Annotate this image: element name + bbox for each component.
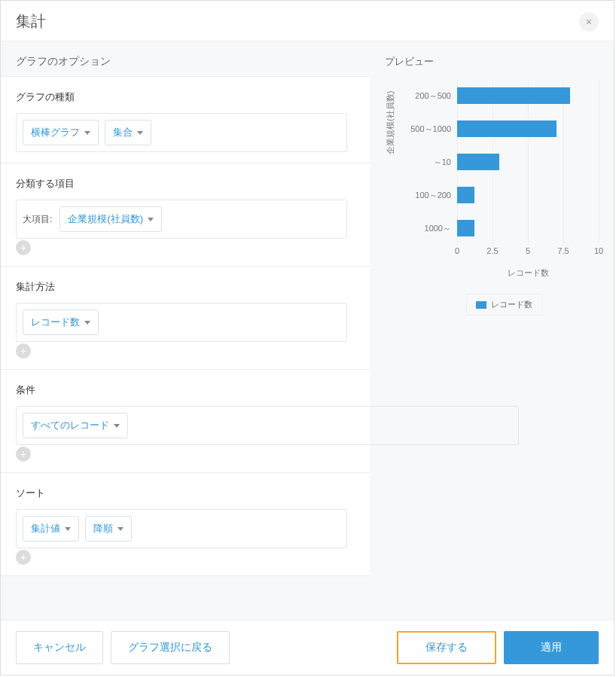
modal-header: 集計 × <box>1 1 614 41</box>
add-filter-button[interactable]: + <box>16 447 31 462</box>
graph-type-controls: 横棒グラフ 集合 <box>16 113 347 152</box>
legend-label: レコード数 <box>491 299 532 310</box>
chart-bar-row: ～10 <box>457 154 599 170</box>
chevron-down-icon <box>148 218 154 221</box>
sort-controls: 集計値 降順 <box>16 509 347 548</box>
sort-order-select[interactable]: 降順 <box>85 516 132 541</box>
chart-bar <box>457 87 570 104</box>
plus-icon: + <box>20 552 26 563</box>
plus-icon: + <box>20 242 26 253</box>
chart-bar-label: 100～200 <box>415 190 457 201</box>
section-label: 分類する項目 <box>16 177 355 191</box>
preview-title: プレビュー <box>385 55 599 69</box>
chart-gridline <box>599 79 599 245</box>
options-sections: グラフの種類 横棒グラフ 集合 分類する項目 <box>1 76 370 576</box>
field-label: 大項目: <box>23 213 52 226</box>
chart-bar <box>457 154 499 170</box>
chart-bar-row: 200～500 <box>457 87 599 104</box>
select-value: 集合 <box>113 126 133 139</box>
chart-xtick: 5 <box>526 246 530 255</box>
close-button[interactable]: × <box>579 12 599 32</box>
section-sort: ソート 集計値 降順 + <box>1 472 370 576</box>
plus-icon: + <box>20 449 26 459</box>
select-value: すべてのレコード <box>31 419 109 432</box>
chart-xaxis-label: レコード数 <box>457 267 599 279</box>
group-by-controls: 大項目: 企業規模(社員数) <box>16 200 347 239</box>
add-aggregation-button[interactable]: + <box>16 343 31 358</box>
modal-footer: キャンセル グラフ選択に戻る 保存する 適用 <box>1 620 614 675</box>
chart-legend: レコード数 <box>466 294 542 316</box>
back-button[interactable]: グラフ選択に戻る <box>111 631 230 664</box>
select-value: 横棒グラフ <box>31 126 80 139</box>
options-panel-title: グラフのオプション <box>1 55 370 76</box>
plus-icon: + <box>20 346 26 356</box>
modal-body: グラフのオプション グラフの種類 横棒グラフ 集合 <box>1 41 614 620</box>
section-graph-type: グラフの種類 横棒グラフ 集合 <box>1 76 370 163</box>
chart-bar-label: 1000～ <box>425 223 457 234</box>
filter-select[interactable]: すべてのレコード <box>23 413 128 438</box>
chart-xtick: 7.5 <box>557 246 569 255</box>
section-label: ソート <box>16 486 355 500</box>
chevron-down-icon <box>84 131 90 135</box>
section-label: 集計方法 <box>16 280 355 294</box>
aggregation-controls: レコード数 <box>16 303 347 342</box>
graph-mode-select[interactable]: 集合 <box>105 120 151 145</box>
save-button[interactable]: 保存する <box>397 631 496 664</box>
group-by-select[interactable]: 企業規模(社員数) <box>59 206 162 232</box>
chart-plot-area: 02.557.510 200～500500～1000～10100～2001000… <box>457 79 599 245</box>
select-value: 降順 <box>93 522 113 535</box>
select-value: 企業規模(社員数) <box>68 212 143 226</box>
apply-button[interactable]: 適用 <box>504 631 599 664</box>
close-icon: × <box>586 16 592 28</box>
chart-xtick: 0 <box>455 246 459 255</box>
chevron-down-icon <box>65 527 71 531</box>
chart-bar-label: ～10 <box>434 157 457 168</box>
section-filter: 条件 すべてのレコード + <box>1 369 370 473</box>
chevron-down-icon <box>117 527 124 531</box>
chevron-down-icon <box>114 424 120 428</box>
chart-bar-label: 500～1000 <box>410 124 457 135</box>
section-label: 条件 <box>16 383 355 397</box>
select-value: レコード数 <box>31 316 80 329</box>
preview-panel: プレビュー 企業規模(社員数) 02.557.510 200～500500～10… <box>370 41 614 620</box>
chart-bar <box>457 187 474 203</box>
chevron-down-icon <box>84 321 90 325</box>
chart-bar-row: 500～1000 <box>457 120 599 137</box>
section-label: グラフの種類 <box>16 90 355 104</box>
sort-field-select[interactable]: 集計値 <box>23 516 79 541</box>
chart-yaxis-label: 企業規模(社員数) <box>385 91 396 154</box>
modal-title: 集計 <box>16 11 46 32</box>
preview-chart: 企業規模(社員数) 02.557.510 200～500500～1000～101… <box>385 79 599 290</box>
chart-bar <box>457 120 557 137</box>
options-panel: グラフのオプション グラフの種類 横棒グラフ 集合 <box>1 41 370 620</box>
add-sort-button[interactable]: + <box>16 550 31 565</box>
aggregation-modal: 集計 × グラフのオプション グラフの種類 横棒グラフ 集合 <box>0 0 614 675</box>
select-value: 集計値 <box>31 522 60 535</box>
chart-xtick: 10 <box>594 246 603 255</box>
graph-type-select[interactable]: 横棒グラフ <box>23 120 99 145</box>
chart-xtick: 2.5 <box>486 246 498 255</box>
add-group-button[interactable]: + <box>16 240 31 255</box>
section-aggregation: 集計方法 レコード数 + <box>1 266 370 370</box>
cancel-button[interactable]: キャンセル <box>16 631 103 664</box>
chevron-down-icon <box>137 131 143 135</box>
aggregation-select[interactable]: レコード数 <box>23 310 99 335</box>
chart-xaxis: 02.557.510 <box>457 246 599 258</box>
chart-bar-label: 200～500 <box>415 90 457 102</box>
chart-bar-row: 100～200 <box>457 187 599 203</box>
chart-bar <box>457 220 474 236</box>
section-group-by: 分類する項目 大項目: 企業規模(社員数) + <box>1 163 370 267</box>
legend-swatch <box>476 301 486 309</box>
chart-bar-row: 1000～ <box>457 220 599 236</box>
